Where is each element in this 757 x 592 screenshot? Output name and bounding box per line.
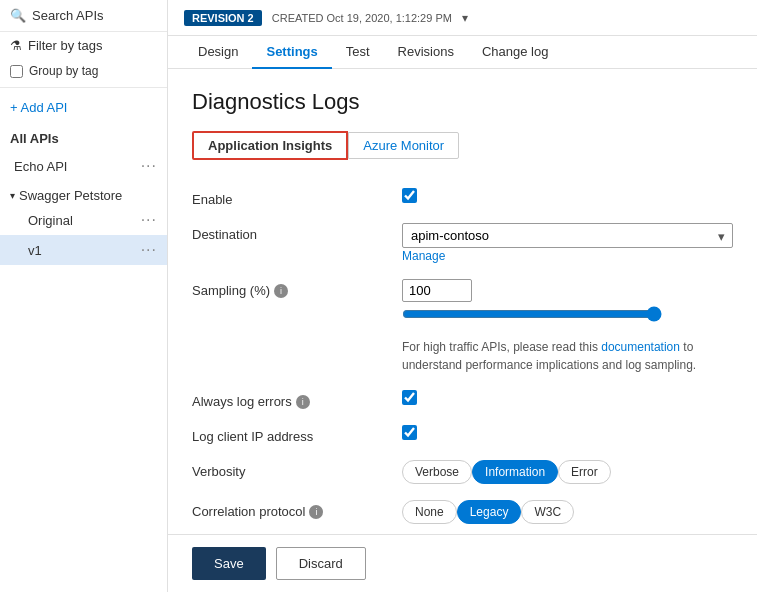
tab-test[interactable]: Test [332,36,384,69]
manage-link[interactable]: Manage [402,249,445,263]
revision-badge: REVISION 2 [184,10,262,26]
sampling-control: 100 [402,279,733,322]
always-log-row: Always log errors i [192,382,733,417]
enable-control [402,188,733,206]
main-panel: REVISION 2 CREATED Oct 19, 2020, 1:12:29… [168,0,757,592]
verbosity-toggle-group: Verbose Information Error [402,460,733,484]
subtab-bar: Application Insights Azure Monitor [192,131,733,160]
correlation-label: Correlation protocol i [192,500,402,519]
correlation-toggle-group: None Legacy W3C [402,500,733,524]
save-button[interactable]: Save [192,547,266,580]
sampling-input[interactable]: 100 [402,279,472,302]
slider-wrapper: 100 [402,279,733,322]
information-button[interactable]: Information [472,460,558,484]
tab-bar: Design Settings Test Revisions Change lo… [168,36,757,69]
content-area: Diagnostics Logs Application Insights Az… [168,69,757,534]
destination-label: Destination [192,223,402,242]
group-label: Group by tag [29,64,98,78]
filter-icon: ⚗ [10,38,22,53]
sidebar: 🔍 Search APIs ⚗ Filter by tags Group by … [0,0,168,592]
tab-design[interactable]: Design [184,36,252,69]
sidebar-item-original[interactable]: Original ··· [0,205,167,235]
created-text: CREATED Oct 19, 2020, 1:12:29 PM [272,12,452,24]
subtab-azure-monitor[interactable]: Azure Monitor [348,132,459,159]
sampling-slider[interactable] [402,306,662,322]
echo-api-label: Echo API [14,159,67,174]
original-more-icon[interactable]: ··· [141,211,157,229]
search-label: Search APIs [32,8,104,23]
destination-select[interactable]: apim-contoso [402,223,733,248]
always-log-info-icon[interactable]: i [296,395,310,409]
docs-link[interactable]: documentation [601,340,680,354]
footer: Save Discard [168,534,757,592]
page-title: Diagnostics Logs [192,89,733,115]
filter-by-tags[interactable]: ⚗ Filter by tags [0,32,167,59]
add-api-button[interactable]: + Add API [0,92,167,123]
sampling-label: Sampling (%) i [192,279,402,298]
destination-select-wrapper: apim-contoso [402,223,733,248]
v1-label: v1 [28,243,42,258]
verbosity-control: Verbose Information Error [402,460,733,484]
swagger-petstore-label: Swagger Petstore [19,188,122,203]
correlation-info-icon[interactable]: i [309,505,323,519]
revision-dropdown-arrow[interactable]: ▾ [462,11,468,25]
w3c-button[interactable]: W3C [521,500,574,524]
tab-settings[interactable]: Settings [252,36,331,69]
info-text-control: For high traffic APIs, please read this … [402,338,733,374]
group-by-tag[interactable]: Group by tag [0,59,167,83]
verbosity-label: Verbosity [192,460,402,479]
log-client-ip-row: Log client IP address [192,417,733,452]
v1-more-icon[interactable]: ··· [141,241,157,259]
search-apis[interactable]: 🔍 Search APIs [0,0,167,32]
log-client-ip-label: Log client IP address [192,425,402,444]
info-spacer [192,338,402,342]
always-log-checkbox[interactable] [402,390,417,405]
enable-row: Enable [192,180,733,215]
always-log-label: Always log errors i [192,390,402,409]
echo-api-more-icon[interactable]: ··· [141,157,157,175]
sampling-info-icon[interactable]: i [274,284,288,298]
none-button[interactable]: None [402,500,457,524]
log-client-ip-checkbox[interactable] [402,425,417,440]
sampling-row: Sampling (%) i 100 [192,271,733,330]
enable-label: Enable [192,188,402,207]
form-section: Enable Destination apim-contoso Manage [192,180,733,534]
search-icon: 🔍 [10,8,26,23]
correlation-row: Correlation protocol i None Legacy W3C [192,492,733,532]
discard-button[interactable]: Discard [276,547,366,580]
enable-checkbox[interactable] [402,188,417,203]
sidebar-item-echo-api[interactable]: Echo API ··· [0,150,167,182]
info-text: For high traffic APIs, please read this … [402,340,696,372]
info-text-row: For high traffic APIs, please read this … [192,330,733,382]
log-client-ip-control [402,425,733,443]
tab-changelog[interactable]: Change log [468,36,563,69]
legacy-button[interactable]: Legacy [457,500,522,524]
verbose-button[interactable]: Verbose [402,460,472,484]
destination-control: apim-contoso Manage [402,223,733,263]
swagger-petstore-group[interactable]: ▾ Swagger Petstore [0,182,167,205]
subtab-app-insights[interactable]: Application Insights [192,131,348,160]
all-apis-label: All APIs [0,123,167,150]
correlation-control: None Legacy W3C [402,500,733,524]
topbar: REVISION 2 CREATED Oct 19, 2020, 1:12:29… [168,0,757,36]
verbosity-row: Verbosity Verbose Information Error [192,452,733,492]
destination-row: Destination apim-contoso Manage [192,215,733,271]
sidebar-item-v1[interactable]: v1 ··· [0,235,167,265]
group-checkbox[interactable] [10,65,23,78]
tab-revisions[interactable]: Revisions [384,36,468,69]
error-button[interactable]: Error [558,460,611,484]
chevron-down-icon: ▾ [10,190,15,201]
original-label: Original [28,213,73,228]
always-log-control [402,390,733,408]
filter-label: Filter by tags [28,38,102,53]
